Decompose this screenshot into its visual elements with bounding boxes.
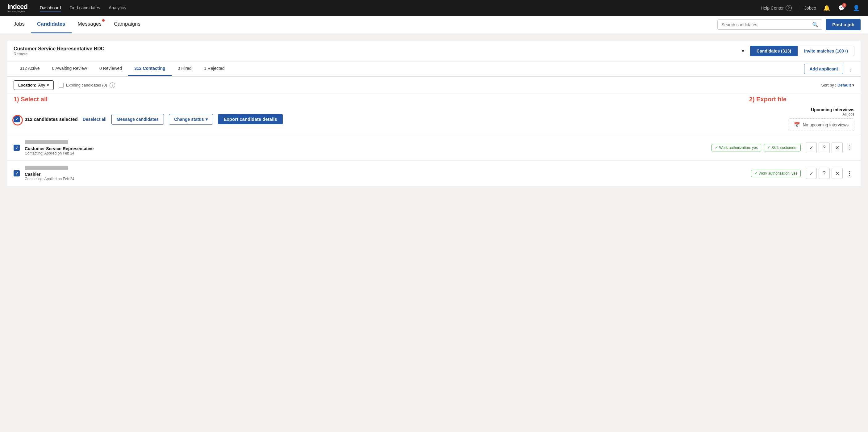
select-all-checkbox[interactable] bbox=[13, 116, 20, 122]
messages-dot bbox=[102, 19, 105, 22]
selection-bar: 312 candidates selected Deselect all Mes… bbox=[7, 104, 861, 135]
candidate-title-1: Customer Service Representative bbox=[25, 146, 707, 151]
location-chevron-icon: ▾ bbox=[47, 83, 49, 87]
job-title-area: Customer Service Representative BDC Remo… bbox=[13, 46, 736, 56]
tag-check-icon: ✓ bbox=[715, 146, 718, 150]
add-applicant-button[interactable]: Add applicant bbox=[804, 64, 843, 74]
filters-row: Location: Any ▾ Expiring candidates (0) … bbox=[7, 77, 861, 94]
location-label: Location: bbox=[18, 83, 36, 87]
candidate-tags-1: ✓ Work authorization: yes ✓ Skill: custo… bbox=[712, 144, 801, 151]
change-status-chevron-icon: ▾ bbox=[206, 117, 208, 122]
nav-dashboard[interactable]: Dashboard bbox=[40, 4, 61, 12]
help-center-label: Help Center bbox=[761, 5, 784, 10]
nav-right-area: Help Center ? Jobeo 🔔 💬 1 👤 bbox=[761, 4, 861, 12]
status-tab-hired[interactable]: 0 Hired bbox=[172, 61, 198, 76]
message-candidates-button[interactable]: Message candidates bbox=[112, 114, 164, 124]
candidate-info-2: Cashier Contacting: Applied on Feb 24 bbox=[25, 166, 746, 181]
search-box: 🔍 bbox=[717, 20, 822, 30]
annotation-export-file: 2) Export file bbox=[749, 96, 786, 103]
sort-by-label: Sort by : bbox=[822, 83, 836, 87]
expiring-info-icon[interactable]: i bbox=[110, 83, 115, 88]
tab-jobs[interactable]: Jobs bbox=[7, 16, 31, 33]
status-tabs: 312 Active 0 Awaiting Review 0 Reviewed … bbox=[7, 61, 861, 77]
tag-check-icon: ✓ bbox=[754, 171, 757, 175]
logo-text[interactable]: indeed bbox=[7, 3, 28, 10]
status-tab-active[interactable]: 312 Active bbox=[13, 61, 46, 76]
tab-messages[interactable]: Messages bbox=[72, 16, 108, 33]
candidate-status-2: Contacting: Applied on Feb 24 bbox=[25, 177, 746, 181]
tab-candidates[interactable]: Candidates bbox=[31, 16, 72, 33]
sub-navigation: Jobs Candidates Messages Campaigns 🔍 Pos… bbox=[0, 16, 868, 33]
tag-skill-1: ✓ Skill: customers bbox=[764, 144, 801, 151]
nav-divider bbox=[798, 4, 798, 12]
candidate-actions-1: ✓ ? ✕ ⋮ bbox=[806, 142, 855, 153]
candidates-tab[interactable]: Candidates (313) bbox=[750, 46, 798, 56]
approve-button-2[interactable]: ✓ bbox=[806, 168, 817, 179]
help-center-link[interactable]: Help Center ? bbox=[761, 5, 792, 11]
sort-chevron-icon[interactable]: ▾ bbox=[852, 83, 855, 87]
message-badge: 1 bbox=[842, 3, 846, 7]
expiring-candidates-area: Expiring candidates (0) i bbox=[59, 83, 115, 88]
messages-icon-button[interactable]: 💬 1 bbox=[837, 4, 846, 12]
main-content: Customer Service Representative BDC Remo… bbox=[0, 33, 868, 186]
approve-button-1[interactable]: ✓ bbox=[806, 142, 817, 153]
company-name[interactable]: Jobeo bbox=[804, 5, 816, 10]
nav-find-candidates[interactable]: Find candidates bbox=[69, 4, 100, 12]
export-button-wrapper: Export candidate details bbox=[218, 114, 282, 124]
more-options-button-1[interactable]: ⋮ bbox=[844, 143, 855, 153]
upcoming-interviews-title: Upcoming interviews bbox=[788, 107, 855, 112]
candidate-checkbox-2[interactable] bbox=[13, 170, 20, 176]
location-value: Any bbox=[38, 83, 45, 87]
select-all-wrapper bbox=[13, 116, 20, 122]
reject-button-1[interactable]: ✕ bbox=[832, 142, 843, 153]
sub-nav-tabs: Jobs Candidates Messages Campaigns bbox=[7, 16, 717, 33]
reject-button-2[interactable]: ✕ bbox=[832, 168, 843, 179]
status-tab-rejected[interactable]: 1 Rejected bbox=[198, 61, 231, 76]
maybe-button-1[interactable]: ? bbox=[818, 142, 830, 153]
maybe-button-2[interactable]: ? bbox=[818, 168, 830, 179]
annotation-select-all: 1) Select all bbox=[13, 96, 48, 103]
candidate-name-blur-2 bbox=[25, 166, 68, 170]
upcoming-interviews-panel: Upcoming interviews All jobs 📅 No upcomi… bbox=[788, 107, 855, 131]
candidate-info-1: Customer Service Representative Contacti… bbox=[25, 140, 707, 155]
no-interviews-text: No upcoming interviews bbox=[803, 122, 848, 127]
sort-value[interactable]: Default bbox=[837, 83, 851, 87]
search-icon: 🔍 bbox=[812, 22, 818, 28]
no-interviews-box: 📅 No upcoming interviews bbox=[788, 118, 855, 131]
job-title: Customer Service Representative BDC bbox=[13, 46, 736, 52]
more-options-icon[interactable]: ⋮ bbox=[846, 64, 855, 74]
expiring-label: Expiring candidates (0) bbox=[66, 83, 107, 87]
export-candidate-details-button[interactable]: Export candidate details bbox=[218, 114, 282, 124]
table-row: Cashier Contacting: Applied on Feb 24 ✓ … bbox=[7, 161, 861, 186]
location-filter[interactable]: Location: Any ▾ bbox=[13, 80, 54, 90]
status-tab-awaiting[interactable]: 0 Awaiting Review bbox=[46, 61, 93, 76]
job-chevron-icon[interactable]: ▼ bbox=[740, 47, 746, 55]
tab-campaigns[interactable]: Campaigns bbox=[108, 16, 147, 33]
candidate-view-tabs: Candidates (313) Invite matches (100+) bbox=[750, 46, 855, 56]
upcoming-interviews-subtitle: All jobs bbox=[788, 112, 855, 116]
more-options-button-2[interactable]: ⋮ bbox=[844, 168, 855, 178]
nav-analytics[interactable]: Analytics bbox=[108, 4, 126, 12]
sort-area: Sort by : Default ▾ bbox=[822, 83, 855, 87]
post-job-button[interactable]: Post a job bbox=[826, 19, 861, 30]
profile-button[interactable]: 👤 bbox=[852, 4, 861, 12]
notifications-button[interactable]: 🔔 bbox=[822, 4, 831, 12]
candidate-status-1: Contacting: Applied on Feb 24 bbox=[25, 151, 707, 155]
logo-subtext: for employers bbox=[7, 10, 28, 13]
search-input[interactable] bbox=[721, 22, 810, 27]
status-tab-reviewed[interactable]: 0 Reviewed bbox=[93, 61, 128, 76]
search-area: 🔍 Post a job bbox=[717, 19, 861, 30]
status-tab-contacting[interactable]: 312 Contacting bbox=[128, 61, 171, 76]
tag-work-auth-1: ✓ Work authorization: yes bbox=[712, 144, 761, 151]
change-status-button[interactable]: Change status ▾ bbox=[169, 114, 213, 124]
candidate-checkbox-1[interactable] bbox=[13, 145, 20, 151]
candidate-title-2: Cashier bbox=[25, 172, 746, 177]
tag-check-icon: ✓ bbox=[767, 146, 770, 150]
table-row: Customer Service Representative Contacti… bbox=[7, 135, 861, 161]
expiring-checkbox[interactable] bbox=[59, 83, 64, 88]
job-header: Customer Service Representative BDC Remo… bbox=[7, 41, 861, 61]
tag-work-auth-2: ✓ Work authorization: yes bbox=[751, 170, 801, 177]
deselect-all-link[interactable]: Deselect all bbox=[83, 117, 106, 122]
job-location: Remote bbox=[13, 52, 736, 56]
invite-matches-tab[interactable]: Invite matches (100+) bbox=[798, 46, 855, 56]
